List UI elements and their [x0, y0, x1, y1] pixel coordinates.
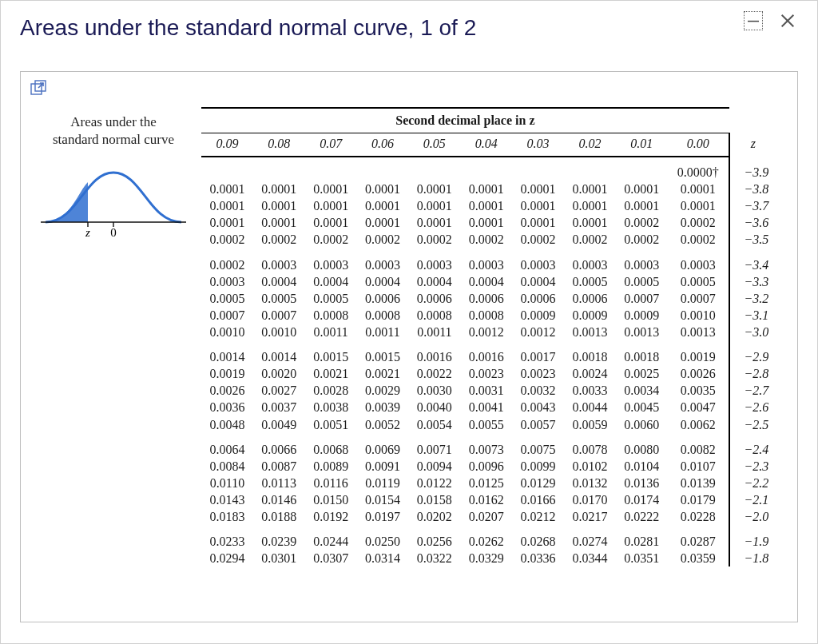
table-cell: 0.0197 [357, 508, 409, 525]
minimize-icon[interactable]: — [744, 11, 763, 30]
table-cell: 0.0038 [305, 399, 357, 415]
table-cell: 0.0008 [408, 307, 460, 324]
table-cell: 0.0029 [357, 382, 409, 399]
table-cell: 0.0005 [616, 273, 668, 290]
table-cell: 0.0018 [564, 348, 616, 365]
table-row: 0.00070.00070.00080.00080.00080.00080.00… [201, 307, 776, 324]
table-cell: 0.0099 [512, 458, 564, 475]
table-cell [616, 157, 668, 181]
table-cell: 0.0183 [201, 508, 253, 525]
table-cell: 0.0084 [201, 458, 253, 475]
table-cell: 0.0002 [460, 231, 512, 248]
group-gap [201, 248, 776, 256]
col-hdr: 0.09 [201, 133, 253, 157]
table-cell: 0.0016 [460, 348, 512, 365]
table-row: 0.00030.00040.00040.00040.00040.00040.00… [201, 273, 776, 290]
table-cell: 0.0006 [408, 290, 460, 307]
table-cell: 0.0002 [564, 231, 616, 248]
table-cell: 0.0003 [357, 256, 409, 273]
col-hdr: 0.00 [668, 133, 729, 157]
table-cell: 0.0003 [460, 256, 512, 273]
table-cell: 0.0001 [616, 197, 668, 214]
table-cell: 0.0017 [512, 348, 564, 365]
column-header-row: 0.09 0.08 0.07 0.06 0.05 0.04 0.03 0.02 … [201, 133, 776, 157]
table-cell: 0.0005 [668, 273, 729, 290]
table-cell: 0.0256 [408, 533, 460, 550]
table-cell: 0.0039 [357, 399, 409, 415]
table-cell: 0.0051 [305, 416, 357, 433]
table-cell: 0.0022 [408, 365, 460, 382]
panel-toolbar [21, 72, 797, 107]
table-row: 0.01830.01880.01920.01970.02020.02070.02… [201, 508, 776, 525]
table-cell: 0.0001 [512, 181, 564, 197]
z-table: Second decimal place in z 0.09 0.08 0.07… [201, 107, 776, 566]
table-row: 0.00640.00660.00680.00690.00710.00730.00… [201, 441, 776, 458]
close-icon[interactable] [777, 10, 798, 31]
table-cell: 0.0040 [408, 399, 460, 415]
z-value: −1.8 [729, 550, 776, 566]
table-cell: 0.0034 [616, 382, 668, 399]
table-row: 0.00020.00020.00020.00020.00020.00020.00… [201, 231, 776, 248]
z-value: −3.8 [729, 181, 776, 197]
table-cell [564, 157, 616, 181]
z-value: −3.1 [729, 307, 776, 324]
table-cell: 0.0139 [668, 475, 729, 491]
table-cell: 0.0001 [253, 214, 305, 231]
table-cell: 0.0062 [668, 416, 729, 433]
table-cell: 0.0000† [668, 157, 729, 181]
table-cell: 0.0002 [357, 231, 409, 248]
table-cell: 0.0001 [512, 197, 564, 214]
table-cell: 0.0007 [616, 290, 668, 307]
left-caption-block: Areas under the standard normal curve z … [26, 107, 201, 566]
table-row: 0.00100.00100.00110.00110.00110.00120.00… [201, 324, 776, 340]
table-cell: 0.0002 [512, 231, 564, 248]
z-value: −3.3 [729, 273, 776, 290]
table-cell [305, 157, 357, 181]
open-new-window-icon[interactable] [30, 85, 48, 98]
table-cell: 0.0122 [408, 475, 460, 491]
table-cell: 0.0024 [564, 365, 616, 382]
table-cell: 0.0119 [357, 475, 409, 491]
table-cell: 0.0004 [408, 273, 460, 290]
z-value: −2.2 [729, 475, 776, 491]
table-cell: 0.0001 [357, 197, 409, 214]
table-cell: 0.0239 [253, 533, 305, 550]
table-cell: 0.0322 [408, 550, 460, 566]
table-cell: 0.0281 [616, 533, 668, 550]
table-row: 0.00480.00490.00510.00520.00540.00550.00… [201, 416, 776, 433]
table-cell: 0.0162 [460, 491, 512, 508]
table-cell: 0.0001 [201, 181, 253, 197]
table-cell: 0.0037 [253, 399, 305, 415]
table-cell: 0.0007 [668, 290, 729, 307]
table-cell: 0.0001 [668, 181, 729, 197]
table-cell: 0.0228 [668, 508, 729, 525]
table-cell: 0.0222 [616, 508, 668, 525]
table-cell: 0.0055 [460, 416, 512, 433]
table-cell: 0.0244 [305, 533, 357, 550]
table-cell: 0.0008 [357, 307, 409, 324]
table-cell: 0.0045 [616, 399, 668, 415]
table-cell: 0.0002 [201, 231, 253, 248]
table-cell: 0.0044 [564, 399, 616, 415]
table-cell: 0.0015 [305, 348, 357, 365]
z-value: −3.6 [729, 214, 776, 231]
table-row: 0.0000†−3.9 [201, 157, 776, 181]
table-cell: 0.0009 [616, 307, 668, 324]
table-cell: 0.0006 [512, 290, 564, 307]
table-cell: 0.0179 [668, 491, 729, 508]
table-cell: 0.0001 [564, 197, 616, 214]
table-cell: 0.0150 [305, 491, 357, 508]
table-cell: 0.0001 [460, 197, 512, 214]
normal-table: Second decimal place in z 0.09 0.08 0.07… [201, 107, 776, 566]
table-cell: 0.0344 [564, 550, 616, 566]
table-cell: 0.0057 [512, 416, 564, 433]
content-panel: Areas under the standard normal curve z … [20, 71, 798, 622]
z-value: −1.9 [729, 533, 776, 550]
table-row: 0.02330.02390.02440.02500.02560.02620.02… [201, 533, 776, 550]
col-hdr: 0.08 [253, 133, 305, 157]
table-cell: 0.0166 [512, 491, 564, 508]
table-cell: 0.0233 [201, 533, 253, 550]
table-cell: 0.0001 [201, 197, 253, 214]
table-cell: 0.0075 [512, 441, 564, 458]
table-cell: 0.0003 [512, 256, 564, 273]
